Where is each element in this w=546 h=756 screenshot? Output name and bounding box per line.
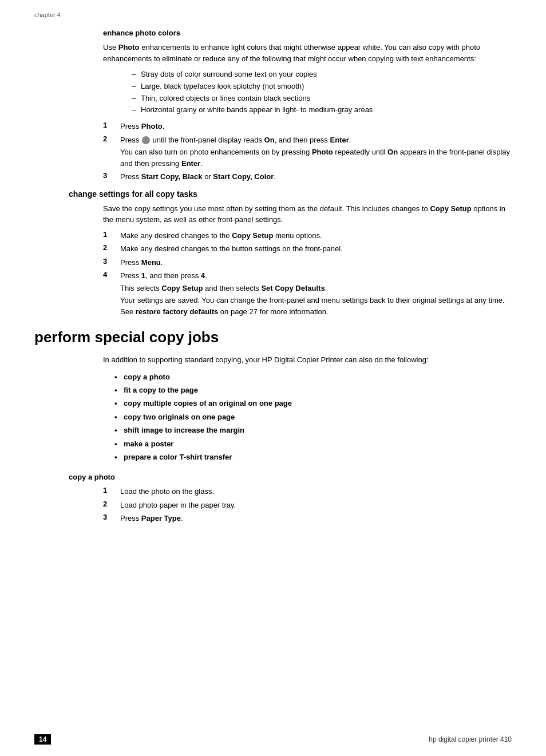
special-copy-item: copy a photo [114, 370, 512, 383]
step-number: 3 [103, 171, 120, 183]
step-number: 1 [103, 121, 120, 132]
step-content: Press until the front-panel display read… [120, 134, 512, 169]
step-content: Press Paper Type. [120, 513, 512, 524]
step-content: Press Menu. [120, 257, 512, 268]
step-content: Load photo paper in the paper tray. [120, 500, 512, 511]
step-1: 1 Press Photo. [103, 121, 512, 132]
step-number: 2 [103, 134, 120, 169]
step-number: 2 [103, 500, 120, 511]
step-number: 3 [103, 513, 120, 524]
change-settings-heading: change settings for all copy tasks [69, 189, 512, 199]
change-step-1: 1 Make any desired changes to the Copy S… [103, 230, 512, 242]
step-2: 2 Press until the front-panel display re… [103, 134, 512, 169]
special-copy-item: fit a copy to the page [114, 383, 512, 397]
special-copy-item: shift image to increase the margin [114, 423, 512, 437]
step-number: 4 [103, 270, 120, 317]
page-number: 14 [34, 734, 51, 745]
step-number: 3 [103, 257, 120, 268]
enhance-intro-text: Use Photo enhancements to enhance light … [103, 42, 512, 64]
step-content: Press 1, and then press 4. This selects … [120, 270, 512, 317]
copy-photo-step-1: 1 Load the photo on the glass. [103, 486, 512, 497]
step-3: 3 Press Start Copy, Black or Start Copy,… [103, 171, 512, 183]
step-content: Press Start Copy, Black or Start Copy, C… [120, 171, 512, 183]
copy-photo-step-3: 3 Press Paper Type. [103, 513, 512, 524]
bullet-item: Stray dots of color surround some text o… [132, 69, 512, 81]
special-copy-item: make a poster [114, 437, 512, 450]
step-content: Load the photo on the glass. [120, 486, 512, 497]
copy-photo-heading: copy a photo [69, 473, 512, 481]
copy-photo-step-2: 2 Load photo paper in the paper tray. [103, 500, 512, 511]
step-content: Press Photo. [120, 121, 512, 132]
change-step-4: 4 Press 1, and then press 4. This select… [103, 270, 512, 317]
special-copy-item: copy two originals on one page [114, 410, 512, 423]
step-number: 2 [103, 243, 120, 255]
step-content: Make any desired changes to the button s… [120, 243, 512, 255]
change-settings-intro: Save the copy settings you use most ofte… [103, 203, 512, 225]
perform-special-intro: In addition to supporting standard copyi… [103, 354, 512, 366]
bullet-item: Large, black typefaces look splotchy (no… [132, 81, 512, 93]
step-content: Make any desired changes to the Copy Set… [120, 230, 512, 242]
special-copy-item: copy multiple copies of an original on o… [114, 397, 512, 410]
change-step-3: 3 Press Menu. [103, 257, 512, 268]
enhance-photo-colors-heading: enhance photo colors [103, 29, 512, 37]
perform-special-heading: perform special copy jobs [34, 328, 512, 346]
bullet-item: Horizontal grainy or white bands appear … [132, 104, 512, 116]
change-step-2: 2 Make any desired changes to the button… [103, 243, 512, 255]
special-copy-list: copy a photo fit a copy to the page copy… [114, 370, 512, 464]
bullet-item: Thin, colored objects or lines contain b… [132, 93, 512, 105]
circle-button-icon [142, 136, 150, 144]
step-number: 1 [103, 486, 120, 497]
step-number: 1 [103, 230, 120, 242]
product-name: hp digital copier printer 410 [429, 735, 512, 743]
chapter-label: chapter 4 [34, 11, 512, 18]
page-footer: 14 hp digital copier printer 410 [34, 734, 512, 745]
enhance-bullets: Stray dots of color surround some text o… [132, 69, 512, 116]
special-copy-item: prepare a color T-shirt transfer [114, 450, 512, 464]
